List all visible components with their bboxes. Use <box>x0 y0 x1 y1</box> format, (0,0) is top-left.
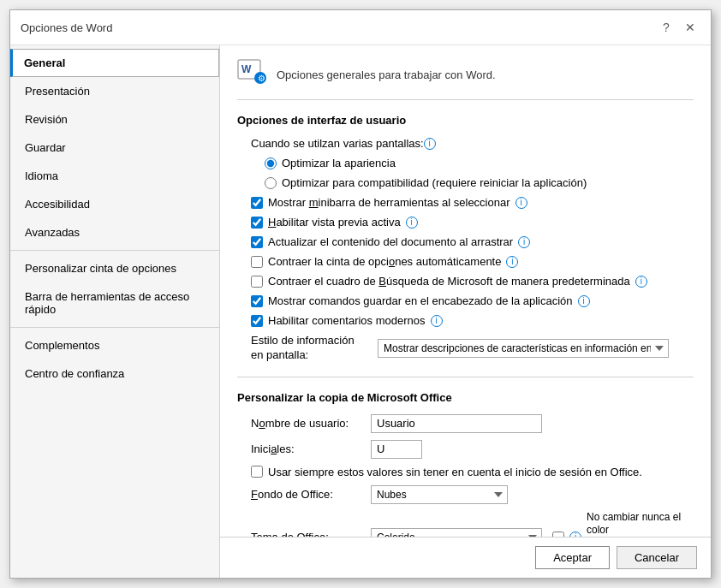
check3-row: Actualizar el contenido del documento al… <box>237 235 694 248</box>
check7-info-icon: i <box>431 315 443 327</box>
sidebar-item-barra[interactable]: Barra de herramientas de acceso rápido <box>10 282 219 324</box>
check5-info-icon: i <box>635 276 647 288</box>
check4-label[interactable]: Contraer la cinta de opciones automática… <box>251 255 518 268</box>
check2-label[interactable]: Habilitar vista previa activa i <box>251 216 418 229</box>
check6-info-icon: i <box>578 295 590 307</box>
panel-header-icon: W ⚙ <box>237 59 268 91</box>
sidebar-item-accesibilidad[interactable]: Accesibilidad <box>10 190 219 218</box>
check2-input[interactable] <box>251 217 263 229</box>
dialog-title: Opciones de Word <box>21 21 112 34</box>
check4-info-icon: i <box>506 256 518 268</box>
radio2-text: Optimizar para compatibilidad (requiere … <box>282 176 587 189</box>
content-area: General Presentación Revisión Guardar Id… <box>10 45 711 578</box>
svg-text:W: W <box>241 63 252 75</box>
check6-text: Mostrar comandos guardar en el encabezad… <box>268 294 573 307</box>
title-bar-controls: ? ✕ <box>656 17 700 38</box>
panel-scroll: W ⚙ Opciones generales para trabajar con… <box>220 45 711 537</box>
panel-header: W ⚙ Opciones generales para trabajar con… <box>237 59 694 100</box>
usar-siempre-text: Usar siempre estos valores sin tener en … <box>268 466 642 478</box>
check3-text: Actualizar el contenido del documento al… <box>268 235 513 248</box>
fondo-label: Fondo de Office: <box>251 488 371 501</box>
radio1-input[interactable] <box>265 157 277 169</box>
check7-text: Habilitar comentarios modernos <box>268 314 426 327</box>
check1-row: Mostrar minibarra de herramientas al sel… <box>237 196 694 209</box>
sidebar-item-presentacion[interactable]: Presentación <box>10 77 219 105</box>
section-title-interfaz: Opciones de interfaz de usuario <box>237 114 694 127</box>
pantallas-label-row: Cuando se utilzan varias pantallas: i <box>237 137 694 150</box>
usar-siempre-label[interactable]: Usar siempre estos valores sin tener en … <box>251 466 642 478</box>
divider-1 <box>237 377 694 377</box>
sidebar-separator-1 <box>10 250 219 251</box>
radio1-row: Optimizar la apariencia <box>237 157 694 169</box>
check3-label[interactable]: Actualizar el contenido del documento al… <box>251 235 530 248</box>
check4-text: Contraer la cinta de opciones automática… <box>268 255 501 268</box>
sidebar-item-guardar[interactable]: Guardar <box>10 134 219 162</box>
sidebar-item-general[interactable]: General <box>10 49 219 77</box>
check6-input[interactable] <box>251 295 263 307</box>
accept-button[interactable]: Aceptar <box>535 546 610 569</box>
radio2-input[interactable] <box>265 177 277 189</box>
close-button[interactable]: ✕ <box>680 17 700 38</box>
radio1-text: Optimizar la apariencia <box>282 157 396 169</box>
check1-input[interactable] <box>251 197 263 209</box>
check4-input[interactable] <box>251 256 263 268</box>
sidebar-item-confianza[interactable]: Centro de confianza <box>10 359 219 388</box>
sidebar-separator-2 <box>10 327 219 328</box>
check7-row: Habilitar comentarios modernos i <box>237 314 694 327</box>
usar-siempre-input[interactable] <box>251 466 263 478</box>
iniciales-row: Iniciales: <box>237 440 694 459</box>
nombre-row: Nombre de usuario: <box>237 414 694 433</box>
sidebar-item-complementos[interactable]: Complementos <box>10 331 219 359</box>
check5-label[interactable]: Contraer el cuadro de Búsqueda de Micros… <box>251 275 647 288</box>
nombre-input[interactable] <box>371 414 542 433</box>
title-bar: Opciones de Word ? ✕ <box>10 10 711 45</box>
check6-row: Mostrar comandos guardar en el encabezad… <box>237 294 694 307</box>
estilo-select[interactable]: Mostrar descripciones de características… <box>378 339 669 358</box>
nombre-label: Nombre de usuario: <box>251 417 371 430</box>
svg-text:⚙: ⚙ <box>258 74 265 83</box>
sidebar-item-personalizar[interactable]: Personalizar cinta de opciones <box>10 254 219 282</box>
check2-text: Habilitar vista previa activa <box>268 216 401 229</box>
check1-info-icon: i <box>515 197 527 209</box>
section-title-copia: Personalizar la copia de Microsoft Offic… <box>237 391 694 404</box>
estilo-row: Estilo de informaciónen pantalla: Mostra… <box>237 334 694 363</box>
sidebar-item-avanzadas[interactable]: Avanzadas <box>10 218 219 246</box>
check7-input[interactable] <box>251 315 263 327</box>
check5-input[interactable] <box>251 276 263 288</box>
no-cambiar-row: i No cambiar nunca el colorde la página … <box>552 511 689 537</box>
check1-label[interactable]: Mostrar minibarra de herramientas al sel… <box>251 196 527 209</box>
sidebar-item-idioma[interactable]: Idioma <box>10 162 219 190</box>
radio2-label[interactable]: Optimizar para compatibilidad (requiere … <box>265 176 587 189</box>
cancel-button[interactable]: Cancelar <box>617 546 697 569</box>
fondo-row: Fondo de Office: Nubes Sin fondo Diseño … <box>237 485 694 504</box>
panel-header-text: Opciones generales para trabajar con Wor… <box>277 68 496 81</box>
pantallas-label: Cuando se utilzan varias pantallas: <box>251 137 424 150</box>
check1-text: Mostrar minibarra de herramientas al sel… <box>268 196 510 209</box>
dialog-footer: Aceptar Cancelar <box>220 537 711 578</box>
tema-select[interactable]: Colorido Oscuro Gris oscuro Gris Blanco <box>371 528 542 537</box>
usar-siempre-row: Usar siempre estos valores sin tener en … <box>237 466 694 478</box>
tema-row: Tema de Office: Colorido Oscuro Gris osc… <box>237 511 694 537</box>
no-cambiar-label[interactable]: No cambiar nunca el colorde la página de… <box>587 511 689 537</box>
help-button[interactable]: ? <box>656 17 676 38</box>
iniciales-input[interactable] <box>371 440 422 459</box>
check5-text: Contraer el cuadro de Búsqueda de Micros… <box>268 275 630 288</box>
check2-row: Habilitar vista previa activa i <box>237 216 694 229</box>
check3-input[interactable] <box>251 236 263 248</box>
fondo-select[interactable]: Nubes Sin fondo Diseño de circuito <box>371 485 508 504</box>
check2-info-icon: i <box>406 217 418 229</box>
radio1-label[interactable]: Optimizar la apariencia <box>265 157 396 169</box>
check4-row: Contraer la cinta de opciones automática… <box>237 255 694 268</box>
sidebar: General Presentación Revisión Guardar Id… <box>10 45 220 578</box>
main-panel: W ⚙ Opciones generales para trabajar con… <box>220 45 711 578</box>
sidebar-item-revision[interactable]: Revisión <box>10 105 219 134</box>
pantallas-info-icon: i <box>424 138 436 150</box>
estilo-label: Estilo de informaciónen pantalla: <box>251 334 371 363</box>
iniciales-label: Iniciales: <box>251 442 371 455</box>
check7-label[interactable]: Habilitar comentarios modernos i <box>251 314 443 327</box>
check6-label[interactable]: Mostrar comandos guardar en el encabezad… <box>251 294 590 307</box>
check3-info-icon: i <box>518 236 530 248</box>
dialog-window: Opciones de Word ? ✕ General Presentació… <box>9 9 712 579</box>
check5-row: Contraer el cuadro de Búsqueda de Micros… <box>237 275 694 288</box>
radio2-row: Optimizar para compatibilidad (requiere … <box>237 176 694 189</box>
